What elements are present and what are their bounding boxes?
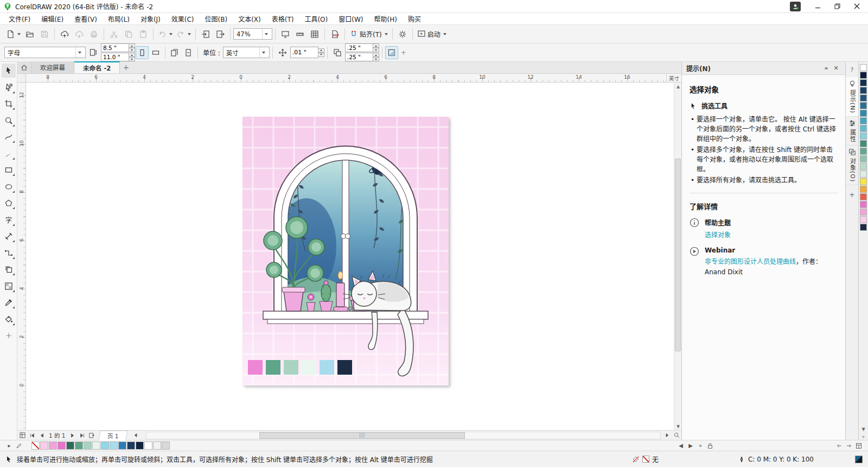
- drawing-canvas[interactable]: [26, 83, 674, 430]
- menu-item[interactable]: 文件(F): [3, 12, 36, 25]
- undo-button[interactable]: [156, 27, 174, 41]
- horizontal-scroll-thumb[interactable]: |||: [259, 432, 465, 439]
- options-gear-button[interactable]: [395, 27, 410, 41]
- menu-item[interactable]: 对象(J): [135, 12, 166, 25]
- color-swatch[interactable]: [860, 72, 867, 79]
- page-height-input[interactable]: [101, 53, 129, 61]
- menu-item[interactable]: 帮助(H): [368, 12, 402, 25]
- document-palette-swatch[interactable]: [92, 441, 100, 450]
- rectangle-tool[interactable]: [2, 163, 16, 177]
- page-1-tab[interactable]: 页 1: [98, 431, 127, 440]
- nudge-down-button[interactable]: [318, 53, 324, 57]
- horizontal-scrollbar[interactable]: |||: [146, 432, 661, 439]
- width-down-button[interactable]: [129, 48, 135, 52]
- publish-to-pdf-button[interactable]: PDF: [328, 27, 342, 41]
- duplicate-y-input[interactable]: [345, 53, 373, 61]
- menu-item[interactable]: 布局(L): [103, 12, 135, 25]
- fill-indicator[interactable]: 无: [632, 455, 659, 464]
- polygon-tool[interactable]: [2, 196, 16, 210]
- menu-item[interactable]: 表格(T): [266, 12, 299, 25]
- doc-palette-scroll-left-button[interactable]: ◀: [676, 441, 686, 451]
- document-palette-swatch[interactable]: [162, 441, 170, 450]
- document-palette-swatch[interactable]: [75, 441, 83, 450]
- add-page-button[interactable]: [87, 431, 97, 440]
- minimize-button[interactable]: [809, 1, 826, 12]
- color-swatch[interactable]: [860, 79, 867, 86]
- color-swatch[interactable]: [860, 209, 867, 216]
- color-swatch[interactable]: [860, 224, 867, 231]
- zoom-tool[interactable]: [2, 113, 16, 128]
- snap-to-button[interactable]: 贴齐(T): [348, 27, 390, 41]
- doc-palette-scroll-right-button[interactable]: ▶: [686, 441, 695, 451]
- tab-welcome-screen[interactable]: 欢迎屏幕: [31, 61, 74, 73]
- palette-strip-flyout-button[interactable]: »: [860, 433, 867, 440]
- artistic-media-tool[interactable]: [2, 147, 16, 161]
- height-up-button[interactable]: [129, 53, 135, 57]
- duplicate-x-input[interactable]: [345, 43, 373, 52]
- h-scroll-right-button[interactable]: [662, 431, 672, 440]
- doc-palette-flyout-button[interactable]: »: [695, 441, 705, 451]
- color-swatch[interactable]: [860, 102, 867, 109]
- close-button[interactable]: [848, 1, 865, 12]
- dup-x-up-button[interactable]: [373, 43, 379, 48]
- parallel-dimension-tool[interactable]: [2, 229, 16, 243]
- document-palette-swatch[interactable]: [118, 441, 126, 450]
- h-scroll-left-button[interactable]: [131, 431, 141, 440]
- cut-button[interactable]: [107, 27, 121, 41]
- menu-item[interactable]: 购买: [403, 12, 426, 25]
- export-button[interactable]: [213, 27, 227, 41]
- ruler-origin-button[interactable]: [17, 74, 26, 82]
- color-swatch[interactable]: [860, 140, 867, 147]
- webinar-link[interactable]: 非专业的图形设计人员处理曲线: [705, 258, 796, 266]
- document-palette-swatch[interactable]: [66, 441, 74, 450]
- dup-x-down-button[interactable]: [373, 48, 379, 52]
- back-arrow-button[interactable]: [834, 441, 844, 451]
- previous-page-button[interactable]: [37, 431, 47, 440]
- zoom-to-page-button[interactable]: [672, 431, 681, 440]
- last-page-button[interactable]: [78, 431, 87, 440]
- maximize-button[interactable]: [829, 1, 845, 12]
- dup-y-down-button[interactable]: [373, 57, 379, 61]
- help-topic-link[interactable]: 选择对象: [705, 231, 731, 239]
- color-swatch[interactable]: [860, 163, 867, 170]
- color-swatch[interactable]: [860, 148, 867, 155]
- current-page-button[interactable]: [182, 46, 195, 59]
- crop-tool[interactable]: [2, 97, 16, 111]
- print-button[interactable]: [87, 27, 101, 41]
- document-palette-swatch[interactable]: [127, 441, 135, 450]
- show-rulers-button[interactable]: [293, 27, 307, 41]
- treat-as-filled-button[interactable]: [385, 46, 398, 59]
- page-size-preset-select[interactable]: 字母: [4, 47, 86, 58]
- scroll-down-button[interactable]: ▼: [674, 422, 682, 430]
- document-palette-swatch[interactable]: [84, 441, 92, 450]
- menu-item[interactable]: 位图(B): [200, 12, 233, 25]
- text-tool[interactable]: 字: [2, 213, 16, 227]
- cloud-save-button[interactable]: [72, 27, 86, 41]
- horizontal-ruler[interactable]: 86420246810121416: [26, 74, 666, 82]
- new-tab-button[interactable]: +: [120, 61, 132, 73]
- user-account-icon[interactable]: [790, 2, 801, 11]
- docker-tab-hints[interactable]: 提示(N): [846, 77, 858, 117]
- units-select[interactable]: 英寸: [223, 47, 270, 58]
- portrait-button[interactable]: [136, 46, 149, 59]
- all-pages-button[interactable]: [168, 46, 181, 59]
- new-document-button[interactable]: [4, 27, 22, 41]
- forward-arrow-button[interactable]: [844, 441, 854, 451]
- color-swatch[interactable]: [860, 201, 867, 208]
- color-swatch[interactable]: [860, 87, 867, 94]
- window-layout-button[interactable]: [854, 441, 864, 451]
- launch-button[interactable]: 启动: [416, 27, 448, 41]
- dup-y-up-button[interactable]: [373, 53, 379, 57]
- first-page-button[interactable]: [27, 431, 37, 440]
- menu-item[interactable]: 编辑(E): [36, 12, 69, 25]
- propbar-more-button[interactable]: +: [401, 49, 406, 56]
- outline-indicator[interactable]: C: 0 M: 0 Y: 0 K: 100: [738, 456, 814, 463]
- page-settings-button[interactable]: [17, 431, 27, 440]
- menu-item[interactable]: 效果(C): [166, 12, 200, 25]
- menu-item[interactable]: 工具(O): [299, 12, 333, 25]
- tab-document[interactable]: 未命名 -2: [74, 61, 120, 73]
- color-swatch[interactable]: [860, 216, 867, 223]
- nudge-up-button[interactable]: [318, 48, 324, 53]
- redo-button[interactable]: [175, 27, 193, 41]
- vertical-ruler[interactable]: 121086420: [17, 83, 26, 430]
